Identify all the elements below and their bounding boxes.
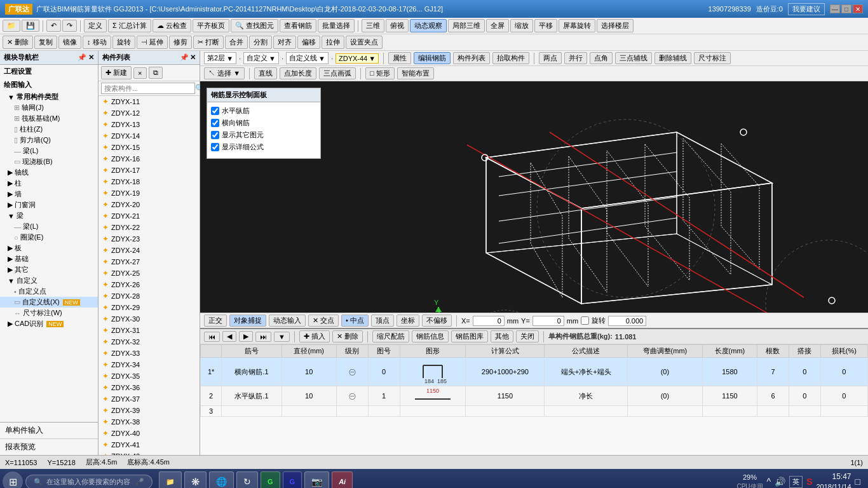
- coord-btn[interactable]: 坐标: [397, 315, 419, 327]
- notify-btn[interactable]: 我要建议: [788, 3, 825, 15]
- snap-btn[interactable]: 对象捕捉: [229, 315, 266, 327]
- nav-item-col[interactable]: ▶ 柱: [0, 178, 98, 189]
- ortho-btn[interactable]: 正交: [204, 315, 227, 327]
- minimize-btn[interactable]: —: [830, 4, 840, 13]
- nav-item-raft[interactable]: ⊞ 筏板基础(M): [0, 113, 98, 124]
- comp-item[interactable]: ✦ZDYX-42: [98, 451, 200, 455]
- copy-comp-btn[interactable]: ⧉: [149, 67, 163, 79]
- comp-item[interactable]: ✦ZDYX-34: [98, 359, 200, 370]
- rect-btn[interactable]: □ 矩形: [365, 67, 395, 79]
- nav-item-foundation[interactable]: ▶ 基础: [0, 254, 98, 264]
- no-move-btn[interactable]: 不偏移: [422, 315, 452, 327]
- file-btn[interactable]: 📁: [3, 20, 20, 32]
- comp-item[interactable]: ✦ZDYX-24: [98, 245, 200, 256]
- comp-item[interactable]: ✦ZDYX-18: [98, 176, 200, 187]
- comp-item[interactable]: ✦ZDYX-14: [98, 130, 200, 142]
- rotate2-btn[interactable]: 旋转: [112, 36, 135, 49]
- task-browser[interactable]: 🌐: [209, 471, 234, 488]
- ime-btn[interactable]: 英: [789, 476, 803, 488]
- table-row[interactable]: 1* 横向钢筋.1 10 ㊀ 0 184 185 290+1000+290 端头…: [201, 358, 868, 386]
- last-row-btn[interactable]: ⏭: [255, 332, 271, 342]
- transverse-rebar-check[interactable]: [211, 119, 219, 127]
- rebar-info-btn[interactable]: 钢筋信息: [412, 330, 449, 342]
- notification-btn[interactable]: □: [855, 477, 860, 487]
- comp-item[interactable]: ✦ZDYX-13: [98, 119, 200, 130]
- add-length-btn[interactable]: 点加长度: [280, 67, 316, 79]
- first-row-btn[interactable]: ⏮: [204, 332, 220, 342]
- y-input[interactable]: [532, 316, 564, 326]
- nav-item-dim[interactable]: ↔ 尺寸标注(W): [0, 308, 98, 318]
- pick-btn[interactable]: 抬取构件: [492, 52, 529, 64]
- comp-item[interactable]: ✦ZDYX-28: [98, 290, 200, 302]
- zoom-btn[interactable]: 缩放: [510, 19, 533, 32]
- volume-icon[interactable]: 🔊: [775, 477, 785, 487]
- three-point-arc-ctx-btn[interactable]: 三点辅线: [615, 52, 652, 64]
- nav-item-beam-group[interactable]: ▼ 梁: [0, 210, 98, 221]
- task-file-manager[interactable]: 📁: [159, 471, 182, 488]
- vertex-btn[interactable]: 顶点: [371, 315, 394, 327]
- comp-item[interactable]: ✦ZDYX-33: [98, 348, 200, 359]
- nav-item-custom-line[interactable]: ▭ 自定义线(X) NEW: [0, 297, 98, 308]
- comp-close-btn[interactable]: ✕: [190, 53, 196, 62]
- nav-item-door-window[interactable]: ▶ 门窗洞: [0, 200, 98, 210]
- nav-item-grid[interactable]: ⊞ 轴网(J): [0, 102, 98, 113]
- undo-btn[interactable]: ↶: [46, 20, 61, 32]
- redo-btn[interactable]: ↷: [62, 20, 77, 32]
- comp-item[interactable]: ✦ZDYX-36: [98, 382, 200, 393]
- show-formula-check[interactable]: [211, 143, 219, 151]
- dim-ctx-btn[interactable]: 尺寸标注: [694, 52, 731, 64]
- comp-item[interactable]: ✦ZDYX-27: [98, 256, 200, 268]
- select-btn[interactable]: ↖ 选择 ▼: [204, 67, 245, 79]
- dynamic-input-btn[interactable]: 动态输入: [269, 315, 306, 327]
- line-btn[interactable]: 直线: [254, 67, 277, 79]
- property-btn[interactable]: 属性: [388, 52, 411, 64]
- comp-item[interactable]: ✦ZDYX-37: [98, 393, 200, 405]
- nav-pin-btn[interactable]: 📌: [78, 53, 86, 62]
- three-point-arc-btn[interactable]: 三点画弧: [319, 67, 356, 79]
- nav-item-beam-l[interactable]: — 梁(L): [0, 221, 98, 232]
- define-btn[interactable]: 定义: [84, 19, 107, 32]
- nav-item-cad[interactable]: ▶ CAD识别 NEW: [0, 318, 98, 329]
- task-app-1[interactable]: ❋: [184, 471, 207, 488]
- comp-item[interactable]: ✦ZDYX-12: [98, 107, 200, 119]
- comp-item[interactable]: ✦ZDYX-35: [98, 370, 200, 382]
- two-point-btn[interactable]: 两点: [539, 52, 562, 64]
- nav-item-column[interactable]: ▯ 柱柱(Z): [0, 124, 98, 135]
- setpoint-btn[interactable]: 设置夹点: [346, 36, 383, 49]
- batch-select-btn[interactable]: 批量选择: [318, 19, 355, 32]
- comp-item[interactable]: ✦ZDYX-29: [98, 302, 200, 313]
- show-other-check[interactable]: [211, 131, 219, 139]
- comp-item[interactable]: ✦ZDYX-38: [98, 416, 200, 428]
- single-component-btn[interactable]: 单构件输入: [0, 423, 98, 439]
- comp-item[interactable]: ✦ZDYX-16: [98, 153, 200, 165]
- align-btn[interactable]: 对齐: [273, 36, 296, 49]
- fullscreen-btn[interactable]: 全屏: [486, 19, 509, 32]
- extend-btn[interactable]: ⊣ 延伸: [137, 36, 168, 49]
- comp-item[interactable]: ✦ZDYX-23: [98, 233, 200, 245]
- nav-item-other[interactable]: ▶ 其它: [0, 264, 98, 275]
- table-row-empty[interactable]: 3: [201, 406, 868, 417]
- cloud-btn[interactable]: ☁ 云检查: [153, 19, 191, 32]
- nav-item-axis[interactable]: ▶ 轴线: [0, 167, 98, 178]
- nav-item-draw[interactable]: 绘图输入: [0, 78, 98, 92]
- close-bottom-btn[interactable]: 关闭: [516, 330, 539, 342]
- comp-item[interactable]: ✦ZDYX-32: [98, 336, 200, 348]
- nav-item-engineering[interactable]: 工程设置: [0, 65, 98, 78]
- comp-item[interactable]: ✦ZDYX-20: [98, 199, 200, 210]
- comp-item[interactable]: ✦ZDYX-15: [98, 142, 200, 153]
- other-bottom-btn[interactable]: 其他: [491, 330, 513, 342]
- find-elem-btn[interactable]: 🔍 查找图元: [231, 19, 278, 32]
- prev-row-btn[interactable]: ◀: [222, 331, 236, 342]
- move-btn[interactable]: ↕ 移动: [83, 36, 111, 49]
- task-g2-app[interactable]: G: [283, 471, 302, 488]
- sum-btn[interactable]: Σ 汇总计算: [108, 19, 151, 32]
- break-btn[interactable]: ✂ 打断: [193, 36, 224, 49]
- comp-list-ctx-btn[interactable]: 构件列表: [453, 52, 490, 64]
- task-ai-app[interactable]: Ai: [332, 471, 353, 488]
- comp-item[interactable]: ✦ZDYX-40: [98, 428, 200, 439]
- nav-item-common-types[interactable]: ▼ 常用构件类型: [0, 92, 98, 102]
- close-btn[interactable]: ✕: [853, 4, 863, 13]
- comp-item[interactable]: ✦ZDYX-30: [98, 313, 200, 325]
- horizontal-rebar-checkbox[interactable]: 水平纵筋: [211, 106, 316, 116]
- floor-dropdown[interactable]: 第2层 ▼: [204, 52, 236, 64]
